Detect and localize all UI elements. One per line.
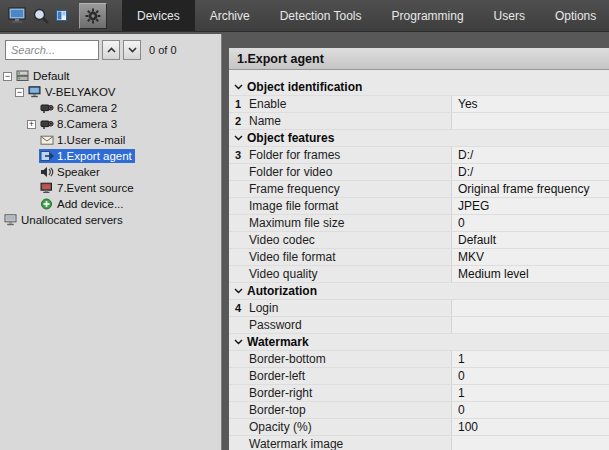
property-value[interactable] (451, 317, 609, 333)
collapse-icon[interactable]: − (15, 88, 24, 97)
property-name: Folder for video (247, 165, 451, 179)
tree-item-label: 8.Camera 3 (57, 118, 117, 130)
tree-item-8-camera-3[interactable]: +8.Camera 3 (0, 116, 221, 132)
property-value-text: Original frame frequency (458, 182, 589, 196)
property-value[interactable]: D:/ (451, 164, 609, 180)
property-grid: Object identification1EnableYes2NameObje… (229, 70, 609, 450)
property-value[interactable]: 0 (451, 368, 609, 384)
property-value[interactable]: JPEG (451, 198, 609, 214)
tree-item-6-camera-2[interactable]: 6.Camera 2 (0, 100, 221, 116)
tree-search-row: 0 of 0 (0, 34, 221, 65)
property-group-object-identification[interactable]: Object identification (229, 79, 609, 96)
property-value-text: MKV (458, 250, 484, 264)
property-value[interactable]: Medium level (451, 266, 609, 282)
collapse-icon[interactable]: − (3, 72, 12, 81)
property-value-text: Yes (458, 97, 478, 111)
property-value[interactable]: MKV (451, 249, 609, 265)
property-row-folder-for-video[interactable]: Folder for videoD:/ (229, 164, 609, 181)
chevron-down-icon[interactable] (229, 135, 247, 141)
property-row-enable[interactable]: 1EnableYes (229, 96, 609, 113)
tab-options[interactable]: Options (540, 0, 609, 31)
property-name: Border-bottom (247, 352, 451, 366)
chevron-down-icon[interactable] (229, 339, 247, 345)
property-row-video-file-format[interactable]: Video file formatMKV (229, 249, 609, 266)
property-row-border-top[interactable]: Border-top0 (229, 402, 609, 419)
property-name: Name (247, 114, 451, 128)
export-icon (40, 150, 54, 162)
property-value[interactable] (451, 113, 609, 129)
property-row-password[interactable]: Password (229, 317, 609, 334)
property-value[interactable]: 0 (451, 215, 609, 231)
tree-item-default[interactable]: −Default (0, 68, 221, 84)
property-group-watermark[interactable]: Watermark (229, 334, 609, 351)
tree-item-label: Unallocated servers (21, 214, 123, 226)
search-input[interactable] (5, 40, 99, 60)
property-name: Frame frequency (247, 182, 451, 196)
tree-node: 8.Camera 3 (39, 117, 120, 131)
search-next-button[interactable] (123, 40, 141, 60)
property-name: Maximum file size (247, 216, 451, 230)
tree-item-1-export-agent[interactable]: 1.Export agent (0, 148, 221, 164)
tree-item-label: 6.Camera 2 (57, 102, 117, 114)
property-group-name: Watermark (247, 335, 309, 349)
tree-item-add-device[interactable]: Add device... (0, 196, 221, 212)
tab-programming[interactable]: Programming (377, 0, 479, 31)
property-value[interactable]: 1 (451, 351, 609, 367)
search-icon[interactable] (29, 4, 53, 28)
speaker-icon (40, 166, 54, 178)
property-row-login[interactable]: 4Login (229, 300, 609, 317)
property-value[interactable] (451, 436, 609, 450)
property-row-border-bottom[interactable]: Border-bottom1 (229, 351, 609, 368)
property-row-name[interactable]: 2Name (229, 113, 609, 130)
property-value[interactable]: Original frame frequency (451, 181, 609, 197)
property-panel-title: 1.Export agent (229, 48, 609, 70)
tree-item-v-belyakov[interactable]: −V-BELYAKOV (0, 84, 221, 100)
search-prev-button[interactable] (102, 40, 120, 60)
tree-item-1-user-e-mail[interactable]: 1.User e-mail (0, 132, 221, 148)
monitor-icon[interactable] (5, 4, 29, 28)
property-value[interactable]: 100 (451, 419, 609, 435)
chevron-down-icon[interactable] (229, 84, 247, 90)
tree-item-label: Add device... (57, 198, 123, 210)
property-group-object-features[interactable]: Object features (229, 130, 609, 147)
panels-icon[interactable] (53, 4, 69, 28)
property-row-frame-frequency[interactable]: Frame frequencyOriginal frame frequency (229, 181, 609, 198)
property-row-video-quality[interactable]: Video qualityMedium level (229, 266, 609, 283)
property-row-watermark-image[interactable]: Watermark image (229, 436, 609, 450)
tab-detection-tools[interactable]: Detection Tools (265, 0, 377, 31)
tree-node: Default (15, 69, 72, 83)
property-value[interactable]: 0 (451, 402, 609, 418)
tree-item-unallocated-servers[interactable]: Unallocated servers (0, 212, 221, 228)
tab-devices[interactable]: Devices (122, 0, 195, 31)
tree-node: Speaker (39, 165, 103, 179)
chevron-down-icon[interactable] (229, 288, 247, 294)
property-value[interactable]: Default (451, 232, 609, 248)
property-row-border-left[interactable]: Border-left0 (229, 368, 609, 385)
property-group-autorization[interactable]: Autorization (229, 283, 609, 300)
camera-icon (40, 102, 54, 114)
property-row-folder-for-frames[interactable]: 3Folder for framesD:/ (229, 147, 609, 164)
property-name: Video codec (247, 233, 451, 247)
tree-item-speaker[interactable]: Speaker (0, 164, 221, 180)
property-value-text: 1 (458, 352, 465, 366)
tree-item-7-event-source[interactable]: 7.Event source (0, 180, 221, 196)
tab-users[interactable]: Users (479, 0, 540, 31)
property-row-number: 2 (229, 115, 247, 127)
event-icon (40, 182, 54, 194)
property-name: Login (247, 301, 451, 315)
property-value[interactable] (451, 300, 609, 316)
gear-icon[interactable] (79, 3, 107, 29)
property-row-image-file-format[interactable]: Image file formatJPEG (229, 198, 609, 215)
property-row-border-right[interactable]: Border-right1 (229, 385, 609, 402)
property-value[interactable]: D:/ (451, 147, 609, 163)
tree-node: 1.Export agent (39, 149, 135, 163)
property-row-maximum-file-size[interactable]: Maximum file size0 (229, 215, 609, 232)
property-value[interactable]: 1 (451, 385, 609, 401)
property-row-opacity[interactable]: Opacity (%)100 (229, 419, 609, 436)
property-value[interactable]: Yes (451, 96, 609, 112)
tab-archive[interactable]: Archive (195, 0, 265, 31)
property-row-video-codec[interactable]: Video codecDefault (229, 232, 609, 249)
toolbar-icon-cluster (0, 0, 112, 31)
tree-node: 7.Event source (39, 181, 137, 195)
expand-icon[interactable]: + (27, 120, 36, 129)
